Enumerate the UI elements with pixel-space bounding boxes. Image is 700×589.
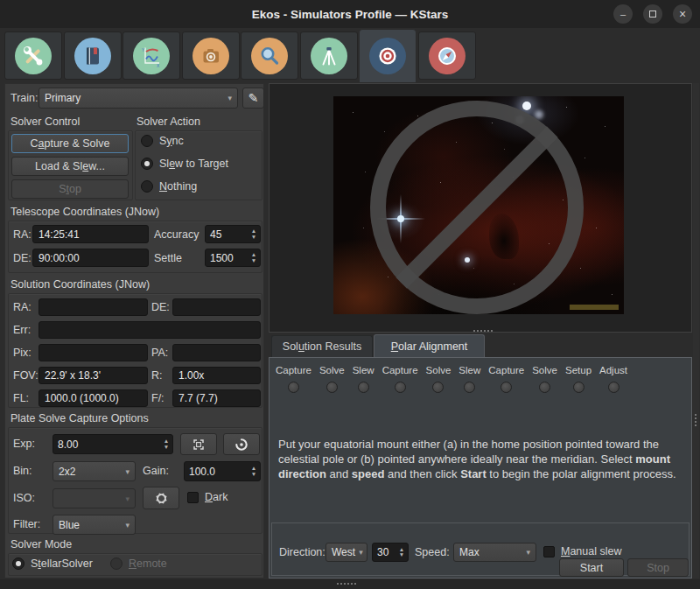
window-title: Ekos - Simulators Profile — KStars — [252, 8, 448, 21]
paa-step: Solve — [319, 365, 345, 393]
minimize-button[interactable]: – — [613, 4, 633, 24]
binning-combobox[interactable]: 2x2 — [52, 461, 136, 481]
capture-camera-icon — [192, 38, 229, 74]
capture-options-title: Plate Solve Capture Options — [10, 412, 149, 424]
telescope-de-field[interactable]: 90:00:00 — [32, 249, 149, 267]
load-and-slew-button[interactable]: Load & Slew... — [11, 157, 129, 176]
radio-sync[interactable]: Sync — [141, 135, 184, 147]
iso-combobox[interactable] — [52, 488, 136, 508]
svg-text:X: X — [157, 62, 160, 67]
radio-stellarsolver[interactable]: StellarSolver — [12, 557, 93, 570]
horizontal-splitter-handle[interactable] — [473, 330, 493, 332]
train-edit-button[interactable]: ✎ — [242, 88, 264, 109]
spin-arrows-icon[interactable]: ▲▼ — [248, 226, 260, 242]
galaxy-swirl-icon — [234, 438, 248, 452]
paa-instructions: Put your equatorial mount either (a) in … — [278, 437, 679, 481]
direction-combobox[interactable]: West — [326, 543, 368, 562]
frame-icon — [192, 438, 206, 452]
frame-subframe-button[interactable] — [180, 433, 217, 455]
paa-step: Setup — [565, 365, 592, 393]
telescope-coords-title: Telescope Coordinates (JNow) — [10, 206, 159, 218]
tab-capture[interactable] — [182, 32, 240, 80]
tab-analyze[interactable]: Y X — [122, 32, 180, 80]
spin-arrows-icon[interactable]: ▲▼ — [160, 435, 172, 453]
radio-nothing[interactable]: Nothing — [141, 180, 197, 193]
bottom-splitter-handle[interactable] — [337, 583, 356, 585]
gain-label: Gain: — [143, 465, 169, 477]
fl-field: 1000.0 (1000.0) — [38, 389, 148, 407]
tab-solution-results[interactable]: Solution Results — [271, 335, 373, 357]
filter-combobox[interactable]: Blue — [52, 515, 136, 535]
maximize-button[interactable] — [643, 4, 662, 24]
tab-focus[interactable] — [241, 32, 298, 80]
paa-stop-button[interactable]: Stop — [627, 558, 689, 577]
spin-arrows-icon[interactable]: ▲▼ — [396, 543, 408, 561]
fl-label: FL: — [13, 392, 29, 404]
setup-tools-icon — [15, 38, 52, 74]
watermark — [570, 305, 619, 310]
radio-slew-to-target[interactable]: Slew to Target — [141, 158, 228, 170]
rotator-button[interactable] — [143, 487, 179, 509]
paa-step: Slew — [353, 365, 374, 393]
radio-circle — [141, 180, 153, 193]
status-led — [539, 382, 550, 393]
solution-pa-field — [172, 344, 261, 361]
dark-checkbox[interactable]: Dark — [187, 491, 228, 503]
paa-step: Capture — [382, 365, 418, 393]
mount-tripod-icon — [311, 38, 347, 74]
gain-spinbox[interactable]: 100.0 ▲▼ — [184, 461, 261, 481]
fratio-label: F/: — [151, 392, 164, 404]
guide-compass-icon — [429, 38, 466, 74]
vertical-splitter[interactable] — [693, 83, 699, 578]
sol-de-label: DE: — [151, 301, 170, 313]
solution-pix-field — [38, 344, 148, 361]
polar-alignment-pane: Capture Solve Slew Capture Solve Slew Ca… — [269, 357, 692, 578]
tab-align[interactable] — [359, 29, 416, 83]
iso-label: ISO: — [13, 492, 35, 504]
scheduler-book-icon — [74, 38, 111, 74]
tab-mount[interactable] — [300, 32, 358, 80]
spin-arrows-icon[interactable]: ▲▼ — [248, 462, 260, 480]
close-icon: × — [679, 7, 686, 21]
tab-setup[interactable] — [4, 32, 62, 80]
close-button[interactable]: × — [673, 4, 692, 24]
fov-field: 22.9' x 18.3' — [38, 367, 148, 384]
solution-ra-field — [38, 298, 148, 316]
capture-and-solve-button[interactable]: Capture & Solve — [11, 134, 129, 153]
results-tab-widget: Solution Results Polar Alignment Capture… — [269, 334, 692, 578]
tab-scheduler[interactable] — [64, 32, 122, 80]
exposure-spinbox[interactable]: 8.00 ▲▼ — [52, 434, 173, 454]
manual-slew-checkbox[interactable]: Manual slew — [543, 545, 622, 557]
paa-step: Solve — [532, 365, 557, 393]
r-field: 1.00x — [172, 367, 261, 384]
radio-circle — [12, 557, 24, 570]
settle-label: Settle — [154, 252, 182, 264]
settle-spinbox[interactable]: 1500 ▲▼ — [205, 249, 261, 267]
speed-combobox[interactable]: Max — [453, 543, 536, 562]
radio-remote[interactable]: Remote — [110, 557, 167, 570]
accuracy-spinbox[interactable]: 45 ▲▼ — [205, 225, 261, 243]
paa-step: Solve — [426, 365, 452, 393]
tab-guide[interactable] — [418, 32, 476, 80]
solver-mode-title: Solver Mode — [10, 538, 72, 550]
status-led — [395, 382, 406, 393]
stop-solve-button[interactable]: Stop — [11, 179, 129, 199]
telescope-ra-field[interactable]: 14:25:41 — [32, 225, 149, 243]
live-stacking-button[interactable] — [223, 433, 260, 455]
spin-arrows-icon[interactable]: ▲▼ — [248, 249, 260, 266]
bottom-splitter[interactable] — [0, 579, 700, 589]
tab-polar-alignment[interactable]: Polar Alignment — [374, 334, 485, 357]
status-led — [358, 382, 369, 393]
solution-err-field — [38, 321, 261, 339]
vertical-splitter-handle[interactable] — [695, 414, 700, 426]
rotation-spinbox[interactable]: 30 ▲▼ — [372, 543, 409, 562]
paa-step-indicators: Capture Solve Slew Capture Solve Slew Ca… — [276, 365, 627, 393]
capture-preview-panel — [269, 83, 692, 333]
train-combobox[interactable]: Primary — [38, 88, 238, 109]
solver-control-title: Solver Control — [10, 116, 80, 128]
align-target-icon — [369, 38, 406, 74]
r-label: R: — [151, 369, 163, 382]
paa-start-button[interactable]: Start — [559, 558, 624, 577]
maximize-icon — [649, 11, 656, 18]
ekos-module-tabs: Y X — [0, 28, 700, 83]
